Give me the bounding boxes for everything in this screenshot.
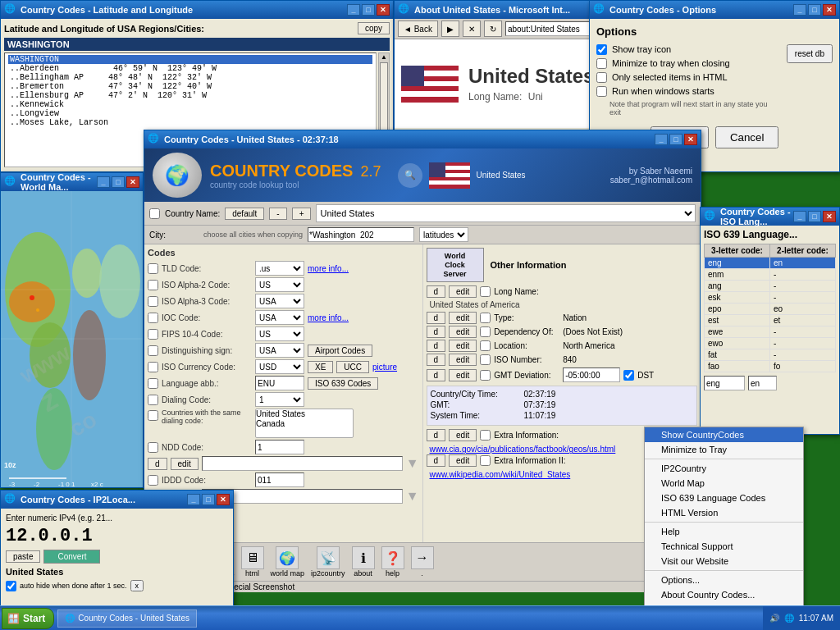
worldmap-btn-bar[interactable]: 🌍 world map	[269, 545, 307, 579]
about-back-btn[interactable]: ◄ Back	[398, 21, 438, 37]
default-btn[interactable]: default	[225, 208, 264, 220]
run-windows-check[interactable]	[596, 86, 607, 97]
dial-check[interactable]	[148, 395, 158, 405]
iddd-check[interactable]	[148, 475, 158, 486]
lat-city-5[interactable]: ..Kennewick	[8, 100, 372, 109]
iso-min-btn[interactable]: _	[793, 211, 806, 222]
dep-d-btn[interactable]: d	[427, 326, 446, 338]
ex-edit-btn[interactable]: edit	[449, 429, 477, 441]
main-min-btn[interactable]: _	[655, 134, 668, 145]
main-titlebar[interactable]: 🌐 Country Codes - United States - 02:37:…	[144, 130, 701, 148]
iso-titlebar[interactable]: 🌐 Country Codes - ISO Lang... _ □ ✕	[701, 208, 839, 226]
iso-row-9[interactable]: faofo	[705, 361, 836, 372]
lat-city-7[interactable]: ..Moses Lake, Larson	[8, 118, 372, 127]
about-refresh-btn[interactable]: ↻	[484, 21, 502, 37]
wm-close-btn[interactable]: ✕	[126, 176, 139, 188]
airport-btn[interactable]: Airport Codes	[308, 345, 372, 357]
ln-edit-btn[interactable]: edit	[449, 285, 477, 298]
only-selected-check[interactable]	[596, 72, 607, 83]
plus-btn[interactable]: +	[292, 208, 312, 220]
lat-city-0[interactable]: WASHINGTON	[8, 55, 372, 64]
lat-titlebar[interactable]: 🌐 Country Codes - Latitude and Longitude…	[1, 1, 393, 19]
tld-select[interactable]: .us	[255, 261, 304, 276]
gmt-edit-btn[interactable]: edit	[449, 369, 477, 381]
lat-city-6[interactable]: ..Longview	[8, 109, 372, 118]
ctx-options[interactable]: Options...	[645, 573, 803, 587]
iso-row-1[interactable]: enm-	[705, 269, 836, 281]
options-min-btn[interactable]: _	[793, 4, 806, 16]
iso-current-2[interactable]	[748, 376, 777, 390]
iso-d-btn[interactable]: d	[427, 354, 446, 366]
ip-close-btn[interactable]: ✕	[217, 494, 230, 505]
latitudes-select[interactable]: latitudes	[419, 227, 468, 242]
about-forward-btn[interactable]: ▶	[441, 21, 459, 37]
lang-input[interactable]	[255, 376, 304, 390]
picture-link[interactable]: picture	[372, 363, 397, 372]
ex2-d-btn[interactable]: d	[427, 454, 446, 467]
t-edit-btn[interactable]: edit	[449, 312, 477, 324]
ip-autohide-check[interactable]	[6, 581, 16, 591]
iso-max-btn[interactable]: □	[808, 211, 821, 222]
about-btn-bar[interactable]: ℹ about	[350, 545, 377, 579]
lat-close-btn[interactable]: ✕	[377, 4, 390, 16]
ip-titlebar[interactable]: 🌐 Country Codes - IP2Loca... _ □ ✕	[1, 491, 233, 509]
lat-scroll-up[interactable]: ▲	[381, 53, 387, 61]
loc-check[interactable]	[480, 340, 491, 351]
iso-row-5[interactable]: estet	[705, 315, 836, 326]
tld-link[interactable]: more info...	[308, 264, 349, 273]
lat-city-1[interactable]: ..Aberdeen 46° 59' N 123° 49' W	[8, 64, 372, 73]
ip-convert-btn[interactable]: Convert	[43, 550, 100, 564]
ioc-check[interactable]	[148, 313, 158, 323]
iso639-btn[interactable]: ISO 639 Codes	[308, 377, 378, 390]
currency-check[interactable]	[148, 362, 158, 372]
iso-row-8[interactable]: fat-	[705, 349, 836, 361]
fips-select[interactable]: US	[255, 326, 304, 341]
iddd-scroll[interactable]: ▼	[406, 489, 419, 504]
lat-copy-btn[interactable]: copy	[358, 22, 390, 34]
lat-city-3[interactable]: ..Bremerton 47° 34' N 122° 40' W	[8, 82, 372, 91]
dial-select[interactable]: 1	[255, 392, 304, 407]
iddd-input[interactable]	[255, 472, 304, 487]
ip2country-btn-bar[interactable]: 📡 ip2country	[309, 545, 347, 579]
ctx-worldmap[interactable]: World Map	[645, 476, 803, 491]
dist-select[interactable]: USA	[255, 343, 304, 358]
ctx-show[interactable]: Show CountryCodes	[645, 427, 803, 442]
ip-max-btn[interactable]: □	[202, 494, 215, 505]
iso-row-4[interactable]: epoeo	[705, 304, 836, 315]
dst-check[interactable]	[623, 370, 634, 381]
ctx-iso[interactable]: ISO 639 Language Codes	[645, 491, 803, 505]
min-tray-check[interactable]	[596, 58, 607, 69]
lang-check[interactable]	[148, 378, 158, 389]
ip-close-x-btn[interactable]: x	[130, 580, 144, 591]
ndd-d-btn[interactable]: d	[148, 458, 167, 470]
same-dial-check[interactable]	[148, 410, 158, 421]
t-d-btn[interactable]: d	[427, 312, 446, 324]
dep-edit-btn[interactable]: edit	[449, 326, 477, 338]
lat-min-btn[interactable]: _	[347, 4, 360, 16]
dep-check[interactable]	[480, 326, 491, 337]
iso-current-3[interactable]	[704, 376, 745, 390]
main-max-btn[interactable]: □	[669, 134, 682, 145]
lat-max-btn[interactable]: □	[362, 4, 375, 16]
ndd-edit-btn[interactable]: edit	[171, 458, 199, 470]
gmt-d-btn[interactable]: d	[427, 369, 446, 381]
ex-d-btn[interactable]: d	[427, 429, 446, 441]
ndd-check[interactable]	[148, 442, 158, 453]
ctx-website[interactable]: Visit our Website	[645, 554, 803, 568]
taskbar-item-cc[interactable]: 🌐 Country Codes - United States	[57, 609, 197, 628]
wm-titlebar[interactable]: 🌐 Country Codes - World Ma... _ □ ✕	[1, 173, 143, 191]
t-check[interactable]	[480, 313, 491, 323]
start-button[interactable]: 🪟 Start	[2, 608, 54, 629]
loc-d-btn[interactable]: d	[427, 340, 446, 352]
country-select[interactable]: United States	[316, 204, 696, 222]
gmt-input[interactable]	[563, 368, 620, 382]
ctx-help[interactable]: Help	[645, 524, 803, 539]
options-cancel-btn[interactable]: Cancel	[715, 126, 779, 148]
help-btn-bar[interactable]: ❓ help	[380, 545, 406, 579]
ip-min-btn[interactable]: _	[187, 494, 200, 505]
options-close-btn[interactable]: ✕	[823, 4, 836, 16]
ctx-html[interactable]: HTML Version	[645, 505, 803, 520]
extra-url-link[interactable]: www.cia.gov/cia/publications/factbook/ge…	[430, 445, 616, 454]
ip-paste-btn[interactable]: paste	[6, 550, 40, 563]
ndd-scroll[interactable]: ▼	[406, 456, 419, 471]
